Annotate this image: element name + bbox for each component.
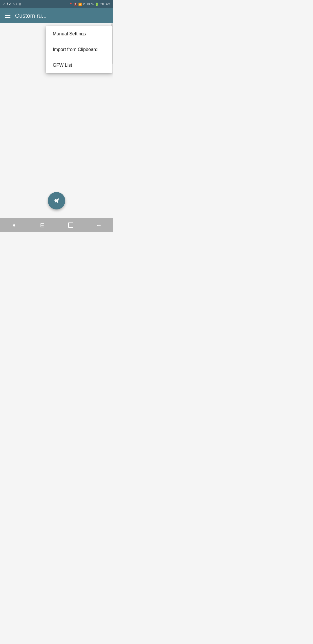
recents-icon: ⊟ <box>40 222 45 229</box>
info-icon: ℹ <box>16 3 17 6</box>
wifi-icon: 📶 <box>78 3 82 6</box>
mute-icon: 🔇 <box>74 3 77 6</box>
battery-percent: 100% <box>86 3 94 6</box>
import-from-clipboard-item[interactable]: Import from Clipboard <box>46 42 112 57</box>
battery-icon: 🔋 <box>95 3 99 6</box>
hamburger-line-2 <box>5 15 10 16</box>
status-right-icons: 📍 🔇 📶 ⊘ 100% 🔋 3:06 am <box>69 3 110 6</box>
overview-square-icon <box>68 222 73 228</box>
app-title: Custom ru... <box>15 12 47 19</box>
nav-home-button[interactable]: ● <box>6 218 23 232</box>
nav-overview-button[interactable] <box>62 218 79 232</box>
check-icon: ✔ <box>9 3 11 6</box>
nav-back-button[interactable]: ← <box>90 218 108 232</box>
app-bar: Custom ru... <box>0 8 113 23</box>
warning-icon-1: ⚠ <box>3 3 6 6</box>
nav-recents-button[interactable]: ⊟ <box>34 218 51 232</box>
grid-icon: ⊞ <box>19 3 21 6</box>
nav-bar: ● ⊟ ← <box>0 218 113 232</box>
no-icon: ⊘ <box>83 3 85 6</box>
status-left-icons: ⚠ f ✔ ⚠ ℹ ⊞ <box>3 2 21 6</box>
gfw-list-item[interactable]: GFW List <box>46 57 112 73</box>
hamburger-line-1 <box>5 14 10 14</box>
hamburger-line-3 <box>5 17 10 18</box>
main-content: Manual Settings Import from Clipboard GF… <box>0 23 113 218</box>
home-dot-icon: ● <box>12 222 16 228</box>
manual-settings-item[interactable]: Manual Settings <box>46 26 112 42</box>
dropdown-menu: Manual Settings Import from Clipboard GF… <box>46 26 112 73</box>
menu-button[interactable] <box>5 14 10 18</box>
back-arrow-icon: ← <box>96 222 102 229</box>
location-icon: 📍 <box>69 3 72 6</box>
warning-icon-2: ⚠ <box>12 3 15 6</box>
facebook-icon: f <box>7 2 8 6</box>
status-bar: ⚠ f ✔ ⚠ ℹ ⊞ 📍 🔇 📶 ⊘ 100% 🔋 3:06 am <box>0 0 113 8</box>
time-display: 3:06 am <box>100 3 110 6</box>
dropdown-overlay[interactable]: Manual Settings Import from Clipboard GF… <box>0 23 113 218</box>
